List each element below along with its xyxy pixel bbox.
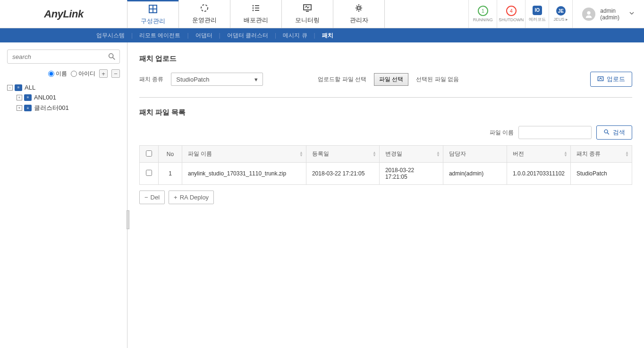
minus-icon: −	[144, 194, 148, 201]
svg-point-12	[357, 7, 360, 9]
sort-icon: ▲▼	[625, 151, 629, 157]
running-count: 1	[478, 6, 488, 16]
tree-toggle-icon[interactable]: +	[17, 105, 22, 111]
status-shutdown[interactable]: 4 SHUTDOWN	[497, 0, 525, 28]
subnav-patch[interactable]: 패치	[315, 32, 340, 40]
delete-button[interactable]: − Del	[139, 191, 165, 204]
nav-tab-label: 운영관리	[192, 16, 217, 25]
plus-icon: +	[174, 194, 178, 201]
radio-id[interactable]: 아이디	[71, 70, 95, 78]
tree-root-label: ALL	[25, 84, 35, 91]
sub-nav: 업무시스템| 리모트 에이전트| 어댑터| 어댑터 클러스터| 메시지 큐| 패…	[0, 28, 644, 42]
ra-deploy-button[interactable]: + RA Deploy	[169, 191, 214, 204]
tree-item-label: 클러스터001	[34, 104, 69, 112]
nav-tab-deploy[interactable]: 배포관리	[230, 0, 282, 28]
cell-type: StudioPatch	[571, 163, 632, 185]
tree-root[interactable]: − ≡ ALL	[7, 83, 120, 92]
errorcode-button[interactable]: IO 에러코드	[525, 0, 549, 28]
main-nav: 구성관리 운영관리 배포관리 모니터링 관리자	[127, 0, 385, 28]
sidebar-search-input[interactable]	[7, 50, 120, 64]
spinner-icon	[200, 3, 209, 14]
cell-regdate: 2018-03-22 17:21:05	[306, 163, 379, 185]
upload-section-title: 패치 업로드	[139, 54, 632, 63]
svg-point-4	[253, 5, 254, 7]
upload-button-label: 업로드	[607, 75, 625, 83]
jeus-icon: JE	[556, 6, 566, 16]
patch-type-select[interactable]: StudioPatch ▾	[171, 73, 263, 86]
file-name-search-input[interactable]	[518, 126, 592, 139]
subnav-adapter[interactable]: 어댑터	[189, 32, 219, 40]
running-label: RUNNING	[473, 17, 493, 22]
th-filename[interactable]: 파일 이름▲▼	[182, 146, 306, 163]
nav-tab-monitoring[interactable]: 모니터링	[281, 0, 333, 28]
chevron-down-icon	[629, 10, 635, 17]
nav-tab-admin[interactable]: 관리자	[333, 0, 385, 28]
search-button[interactable]: 검색	[596, 125, 632, 140]
tree-item[interactable]: + ≡ ANL001	[17, 92, 120, 102]
monitor-icon	[303, 3, 312, 14]
content: 패치 업로드 패치 종류 StudioPatch ▾ 업로드할 파일 선택 파일…	[127, 42, 644, 348]
errorcode-icon: IO	[533, 6, 542, 15]
search-icon[interactable]	[108, 52, 116, 62]
cell-filename: anylink_studio_170331_1110_trunk.zip	[182, 163, 306, 185]
subnav-messagequeue[interactable]: 메시지 큐	[276, 32, 314, 40]
list-icon	[251, 3, 261, 14]
tree-toggle-icon[interactable]: −	[7, 85, 13, 91]
shutdown-label: SHUTDOWN	[499, 17, 524, 22]
th-version[interactable]: 버전▲▼	[507, 146, 570, 163]
cell-owner: admin(admin)	[443, 163, 507, 185]
cell-version: 1.0.0.201703311102	[507, 163, 570, 185]
ra-deploy-button-label: RA Deploy	[180, 194, 209, 201]
sort-icon: ▲▼	[436, 151, 440, 157]
select-all-checkbox[interactable]	[146, 150, 152, 157]
nav-tab-config[interactable]: 구성관리	[127, 0, 179, 28]
th-type[interactable]: 패치 종류▲▼	[571, 146, 632, 163]
search-button-label: 검색	[613, 128, 625, 137]
row-checkbox[interactable]	[146, 170, 152, 176]
app-logo: AnyLink	[0, 0, 127, 28]
nav-tab-label: 관리자	[350, 16, 368, 25]
nav-tab-label: 배포관리	[244, 16, 268, 25]
jeus-button[interactable]: JE JEUS ▸	[549, 0, 572, 28]
th-no[interactable]: No	[159, 146, 182, 163]
list-section-title: 패치 파일 목록	[139, 108, 632, 117]
subnav-adaptercluster[interactable]: 어댑터 클러스터	[220, 32, 275, 40]
table-row[interactable]: 1 anylink_studio_170331_1110_trunk.zip 2…	[140, 163, 632, 185]
tree-toggle-icon[interactable]: +	[17, 95, 22, 100]
file-select-button[interactable]: 파일 선택	[374, 73, 408, 86]
th-moddate[interactable]: 변경일▲▼	[379, 146, 443, 163]
th-regdate[interactable]: 등록일▲▼	[306, 146, 379, 163]
subnav-bizsystem[interactable]: 업무시스템	[90, 32, 131, 40]
svg-point-6	[253, 8, 254, 9]
shutdown-count: 4	[506, 6, 517, 16]
radio-name[interactable]: 이름	[48, 70, 67, 78]
user-sub: (admin)	[600, 14, 619, 21]
patch-type-value: StudioPatch	[176, 76, 209, 83]
avatar-icon	[582, 8, 595, 21]
upload-button[interactable]: 업로드	[590, 72, 632, 87]
svg-line-18	[607, 133, 609, 134]
sort-icon: ▲▼	[564, 151, 568, 157]
file-select-label: 업로드할 파일 선택	[318, 75, 366, 83]
status-running[interactable]: 1 RUNNING	[468, 0, 497, 28]
tree-item[interactable]: + ≡ 클러스터001	[17, 102, 120, 114]
svg-point-14	[109, 54, 113, 58]
grid-icon	[148, 4, 158, 15]
patch-type-label: 패치 종류	[139, 75, 163, 83]
splitter-handle[interactable]	[127, 210, 129, 229]
tree-expand-button[interactable]: +	[99, 69, 108, 78]
tree-collapse-button[interactable]: −	[111, 69, 120, 78]
sort-icon: ▲▼	[299, 151, 303, 157]
patch-table: No 파일 이름▲▼ 등록일▲▼ 변경일▲▼ 담당자 버전▲▼ 패치 종류▲▼ …	[139, 145, 632, 185]
file-none-text: 선택된 파일 없음	[416, 75, 459, 83]
delete-button-label: Del	[151, 194, 160, 201]
cell-moddate: 2018-03-22 17:21:05	[379, 163, 443, 185]
subnav-remoteagent[interactable]: 리모트 에이전트	[133, 32, 187, 40]
errorcode-label: 에러코드	[529, 17, 546, 23]
tree-item-label: ANL001	[34, 94, 56, 101]
nav-tab-label: 모니터링	[295, 16, 320, 25]
svg-point-13	[587, 11, 591, 14]
user-menu[interactable]: admin (admin)	[572, 0, 644, 28]
nav-tab-operation[interactable]: 운영관리	[178, 0, 230, 28]
th-owner[interactable]: 담당자	[443, 146, 507, 163]
